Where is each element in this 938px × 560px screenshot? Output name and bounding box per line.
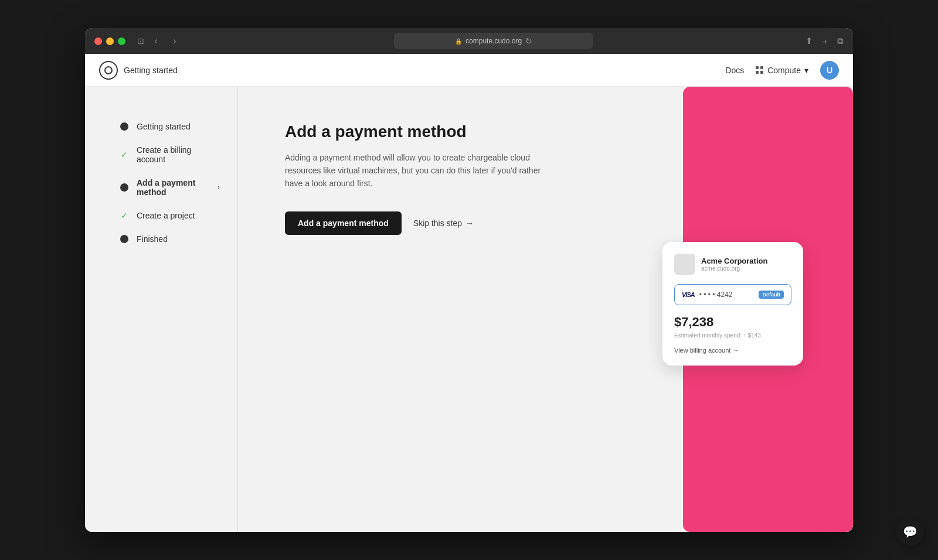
bullet-icon [120,235,128,243]
share-button[interactable]: ⬆ [806,36,813,46]
grid-dot [760,66,763,69]
default-badge: Default [759,291,784,299]
card-monthly: Estimated monthly spend: ↑ $143 [674,332,791,339]
skip-step-button[interactable]: Skip this step → [413,218,474,228]
card-amount: $7,238 [674,315,791,330]
compute-label: Compute [767,66,801,75]
grid-dot [756,66,759,69]
sidebar-item-finished[interactable]: Finished [120,234,220,244]
content-wrapper: Add a payment method Adding a payment me… [237,87,853,532]
sidebar-item-label: Finished [137,234,168,244]
card-logo [674,254,695,275]
company-name: Acme Corporation [701,257,767,265]
forward-button[interactable]: › [168,34,182,48]
grid-icon [756,66,764,74]
card-header: Acme Corporation acme.cudo.org [674,254,791,275]
card-number: • • • • 4242 [699,291,755,299]
company-subtitle: acme.cudo.org [701,265,767,272]
actions: Add a payment method Skip this step → [285,211,607,235]
bullet-active-icon [120,183,128,192]
visa-icon: VISA [682,291,695,298]
view-billing-link[interactable]: View billing account → [674,347,791,354]
card-company-info: Acme Corporation acme.cudo.org [701,257,767,272]
content-area: Add a payment method Adding a payment me… [238,87,642,532]
sidebar-item-label: Create a billing account [137,145,220,164]
logo-icon [99,61,118,80]
minimize-button[interactable] [106,37,114,45]
main-content: Getting started ✓ Create a billing accou… [85,87,853,532]
address-bar-container: 🔒 compute.cudo.org ↻ [189,33,798,49]
tab-view-button[interactable]: ⧉ [837,36,844,46]
browser-controls: ⊡ ‹ › [137,34,182,48]
app-header-right: Docs Compute ▾ U [725,61,839,80]
sidebar: Getting started ✓ Create a billing accou… [85,87,237,532]
grid-dot [760,71,763,74]
avatar[interactable]: U [820,61,839,80]
grid-dot [756,71,759,74]
chevron-down-icon: ▾ [804,66,808,75]
lock-icon: 🔒 [455,38,462,45]
sidebar-item-label: Create a project [137,211,195,220]
arrow-icon: → [465,218,474,228]
app-header: Getting started Docs Compute ▾ U [85,54,853,87]
page-title: Add a payment method [285,122,607,142]
check-icon: ✓ [120,211,128,220]
close-button[interactable] [94,37,102,45]
app-header-title: Getting started [124,66,178,75]
browser-actions: ⬆ + ⧉ [806,36,844,46]
sidebar-item-label: Add a payment method [137,178,208,197]
browser-chrome: ⊡ ‹ › 🔒 compute.cudo.org ↻ ⬆ + ⧉ [85,28,853,54]
logo-inner [104,66,113,74]
traffic-lights [94,37,125,45]
docs-link[interactable]: Docs [725,66,744,75]
sidebar-item-create-billing[interactable]: ✓ Create a billing account [120,145,220,164]
chevron-right-icon: › [217,183,220,192]
page-description: Adding a payment method will allow you t… [285,151,543,190]
bullet-icon [120,122,128,131]
sidebar-item-label: Getting started [137,122,191,131]
sidebar-item-getting-started[interactable]: Getting started [120,122,220,131]
billing-card: Acme Corporation acme.cudo.org VISA • • … [662,242,803,366]
check-icon: ✓ [120,151,128,159]
skip-step-label: Skip this step [413,218,462,228]
compute-selector[interactable]: Compute ▾ [756,66,808,75]
illustration-area: Acme Corporation acme.cudo.org VISA • • … [642,87,853,532]
app-logo: Getting started [99,61,178,80]
url-text: compute.cudo.org [465,37,522,45]
add-payment-button[interactable]: Add a payment method [285,211,402,235]
back-button[interactable]: ‹ [149,34,163,48]
address-bar[interactable]: 🔒 compute.cudo.org ↻ [394,33,593,49]
sidebar-item-add-payment[interactable]: Add a payment method › [120,178,220,197]
refresh-button[interactable]: ↻ [525,36,532,46]
credit-card-row: VISA • • • • 4242 Default [674,284,791,305]
maximize-button[interactable] [118,37,125,45]
sidebar-item-create-project[interactable]: ✓ Create a project [120,211,220,220]
new-tab-button[interactable]: + [823,36,828,46]
sidebar-toggle-icon[interactable]: ⊡ [137,36,144,46]
